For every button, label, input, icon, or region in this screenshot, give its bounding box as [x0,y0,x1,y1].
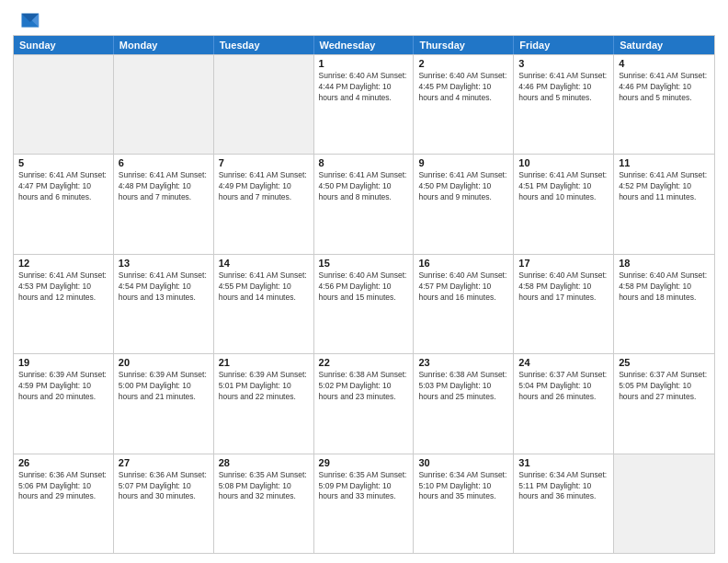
calendar-day-cell: 26Sunrise: 6:36 AM Sunset: 5:06 PM Dayli… [14,454,114,553]
day-info: Sunrise: 6:41 AM Sunset: 4:47 PM Dayligh… [18,170,108,203]
day-info: Sunrise: 6:40 AM Sunset: 4:58 PM Dayligh… [619,270,710,304]
day-info: Sunrise: 6:35 AM Sunset: 5:08 PM Dayligh… [219,470,309,503]
day-info: Sunrise: 6:37 AM Sunset: 5:05 PM Dayligh… [619,370,710,403]
empty-cell [14,55,114,154]
empty-cell [614,454,714,553]
calendar-day-cell: 2Sunrise: 6:40 AM Sunset: 4:45 PM Daylig… [414,55,514,154]
calendar-day-cell: 22Sunrise: 6:38 AM Sunset: 5:02 PM Dayli… [314,354,415,453]
day-number: 24 [518,357,609,368]
day-info: Sunrise: 6:34 AM Sunset: 5:11 PM Dayligh… [518,470,609,503]
day-number: 26 [18,457,108,468]
day-info: Sunrise: 6:41 AM Sunset: 4:55 PM Dayligh… [219,270,309,304]
calendar-row: 19Sunrise: 6:39 AM Sunset: 4:59 PM Dayli… [14,353,714,453]
calendar-day-cell: 5Sunrise: 6:41 AM Sunset: 4:47 PM Daylig… [14,155,114,253]
calendar-row: 12Sunrise: 6:41 AM Sunset: 4:53 PM Dayli… [14,254,714,353]
day-number: 22 [319,357,409,368]
weekday-header: Tuesday [214,36,314,54]
day-number: 1 [319,58,409,69]
day-number: 14 [219,258,309,269]
day-number: 28 [219,457,309,468]
calendar-day-cell: 14Sunrise: 6:41 AM Sunset: 4:55 PM Dayli… [214,255,314,353]
calendar-day-cell: 20Sunrise: 6:39 AM Sunset: 5:00 PM Dayli… [114,354,214,453]
day-number: 16 [418,258,508,269]
day-info: Sunrise: 6:41 AM Sunset: 4:49 PM Dayligh… [219,170,309,203]
empty-cell [114,55,214,154]
weekday-header: Wednesday [314,36,415,54]
day-number: 11 [619,157,710,168]
weekday-header: Monday [114,36,214,54]
calendar-day-cell: 30Sunrise: 6:34 AM Sunset: 5:10 PM Dayli… [414,454,514,553]
day-number: 23 [418,357,508,368]
day-number: 27 [119,457,209,468]
calendar-day-cell: 16Sunrise: 6:40 AM Sunset: 4:57 PM Dayli… [414,255,514,353]
calendar-row: 5Sunrise: 6:41 AM Sunset: 4:47 PM Daylig… [14,154,714,253]
calendar-day-cell: 28Sunrise: 6:35 AM Sunset: 5:08 PM Dayli… [214,454,314,553]
day-number: 15 [319,258,409,269]
calendar-day-cell: 12Sunrise: 6:41 AM Sunset: 4:53 PM Dayli… [14,255,114,353]
day-info: Sunrise: 6:40 AM Sunset: 4:58 PM Dayligh… [518,270,609,304]
day-number: 29 [319,457,409,468]
day-info: Sunrise: 6:38 AM Sunset: 5:02 PM Dayligh… [319,370,409,403]
day-number: 30 [418,457,508,468]
day-info: Sunrise: 6:34 AM Sunset: 5:10 PM Dayligh… [418,470,508,503]
day-number: 21 [219,357,309,368]
logo-icon [15,9,40,35]
calendar-day-cell: 18Sunrise: 6:40 AM Sunset: 4:58 PM Dayli… [614,255,714,353]
calendar-day-cell: 3Sunrise: 6:41 AM Sunset: 4:46 PM Daylig… [514,55,614,154]
header [13,9,715,29]
day-info: Sunrise: 6:40 AM Sunset: 4:57 PM Dayligh… [418,270,508,304]
day-info: Sunrise: 6:39 AM Sunset: 4:59 PM Dayligh… [18,370,108,403]
calendar-day-cell: 11Sunrise: 6:41 AM Sunset: 4:52 PM Dayli… [614,155,714,253]
calendar-day-cell: 10Sunrise: 6:41 AM Sunset: 4:51 PM Dayli… [514,155,614,253]
weekday-header: Friday [514,36,614,54]
day-info: Sunrise: 6:41 AM Sunset: 4:50 PM Dayligh… [319,170,409,203]
day-info: Sunrise: 6:41 AM Sunset: 4:46 PM Dayligh… [619,71,710,104]
calendar-day-cell: 29Sunrise: 6:35 AM Sunset: 5:09 PM Dayli… [314,454,415,553]
day-number: 2 [418,58,508,69]
day-number: 31 [518,457,609,468]
day-number: 12 [18,258,108,269]
day-info: Sunrise: 6:35 AM Sunset: 5:09 PM Dayligh… [319,470,409,503]
day-number: 4 [619,58,710,69]
day-info: Sunrise: 6:41 AM Sunset: 4:52 PM Dayligh… [619,170,710,203]
weekday-header: Saturday [614,36,714,54]
empty-cell [214,55,314,154]
calendar-day-cell: 31Sunrise: 6:34 AM Sunset: 5:11 PM Dayli… [514,454,614,553]
calendar-day-cell: 1Sunrise: 6:40 AM Sunset: 4:44 PM Daylig… [314,55,415,154]
calendar-day-cell: 9Sunrise: 6:41 AM Sunset: 4:50 PM Daylig… [414,155,514,253]
day-info: Sunrise: 6:41 AM Sunset: 4:51 PM Dayligh… [518,170,609,203]
calendar-row: 1Sunrise: 6:40 AM Sunset: 4:44 PM Daylig… [14,54,714,154]
calendar-day-cell: 19Sunrise: 6:39 AM Sunset: 4:59 PM Dayli… [14,354,114,453]
calendar-day-cell: 4Sunrise: 6:41 AM Sunset: 4:46 PM Daylig… [614,55,714,154]
logo [13,9,40,29]
calendar-day-cell: 24Sunrise: 6:37 AM Sunset: 5:04 PM Dayli… [514,354,614,453]
day-info: Sunrise: 6:41 AM Sunset: 4:50 PM Dayligh… [418,170,508,203]
day-info: Sunrise: 6:40 AM Sunset: 4:45 PM Dayligh… [418,71,508,104]
day-info: Sunrise: 6:41 AM Sunset: 4:48 PM Dayligh… [119,170,209,203]
calendar-day-cell: 13Sunrise: 6:41 AM Sunset: 4:54 PM Dayli… [114,255,214,353]
day-number: 18 [619,258,710,269]
calendar-day-cell: 21Sunrise: 6:39 AM Sunset: 5:01 PM Dayli… [214,354,314,453]
day-info: Sunrise: 6:41 AM Sunset: 4:54 PM Dayligh… [119,270,209,304]
day-info: Sunrise: 6:40 AM Sunset: 4:56 PM Dayligh… [319,270,409,304]
calendar-header: SundayMondayTuesdayWednesdayThursdayFrid… [14,36,714,54]
day-number: 5 [18,157,108,168]
calendar-page: SundayMondayTuesdayWednesdayThursdayFrid… [0,0,728,563]
calendar: SundayMondayTuesdayWednesdayThursdayFrid… [13,35,715,554]
calendar-day-cell: 23Sunrise: 6:38 AM Sunset: 5:03 PM Dayli… [414,354,514,453]
day-info: Sunrise: 6:41 AM Sunset: 4:53 PM Dayligh… [18,270,108,304]
calendar-day-cell: 27Sunrise: 6:36 AM Sunset: 5:07 PM Dayli… [114,454,214,553]
day-number: 3 [518,58,609,69]
day-number: 7 [219,157,309,168]
weekday-header: Sunday [14,36,114,54]
weekday-header: Thursday [414,36,514,54]
day-info: Sunrise: 6:37 AM Sunset: 5:04 PM Dayligh… [518,370,609,403]
day-number: 10 [518,157,609,168]
day-info: Sunrise: 6:38 AM Sunset: 5:03 PM Dayligh… [418,370,508,403]
calendar-row: 26Sunrise: 6:36 AM Sunset: 5:06 PM Dayli… [14,454,714,553]
day-number: 25 [619,357,710,368]
calendar-day-cell: 6Sunrise: 6:41 AM Sunset: 4:48 PM Daylig… [114,155,214,253]
day-info: Sunrise: 6:39 AM Sunset: 5:00 PM Dayligh… [119,370,209,403]
calendar-day-cell: 25Sunrise: 6:37 AM Sunset: 5:05 PM Dayli… [614,354,714,453]
day-info: Sunrise: 6:40 AM Sunset: 4:44 PM Dayligh… [319,71,409,104]
